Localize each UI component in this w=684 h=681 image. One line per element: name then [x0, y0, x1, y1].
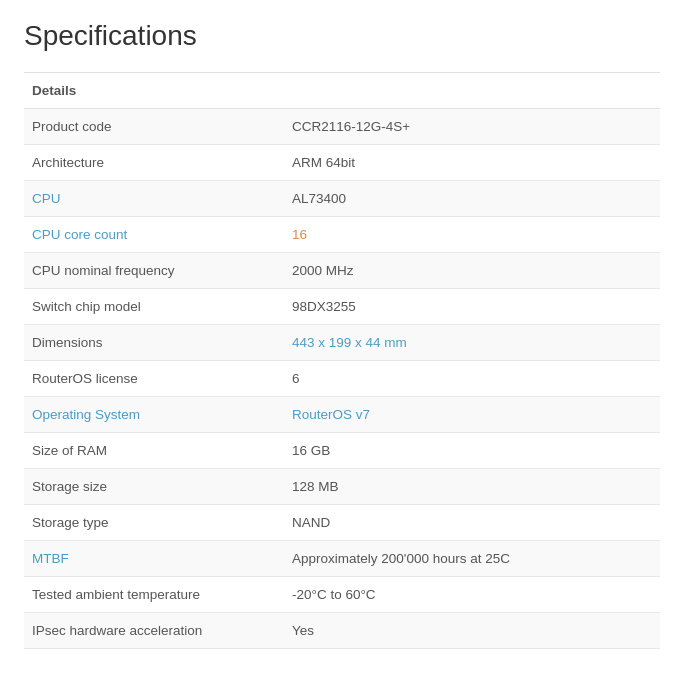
row-value: 98DX3255 — [284, 289, 660, 325]
row-value: Yes — [284, 613, 660, 649]
table-row: RouterOS license6 — [24, 361, 660, 397]
row-value: CCR2116-12G-4S+ — [284, 109, 660, 145]
row-value: 16 GB — [284, 433, 660, 469]
row-label: Storage type — [24, 505, 284, 541]
table-row: Dimensions443 x 199 x 44 mm — [24, 325, 660, 361]
row-value: 443 x 199 x 44 mm — [284, 325, 660, 361]
row-label: CPU — [24, 181, 284, 217]
row-value: -20°C to 60°C — [284, 577, 660, 613]
table-row: Storage size128 MB — [24, 469, 660, 505]
table-row: Product codeCCR2116-12G-4S+ — [24, 109, 660, 145]
table-row: CPU core count16 — [24, 217, 660, 253]
table-row: MTBFApproximately 200'000 hours at 25C — [24, 541, 660, 577]
table-row: Switch chip model98DX3255 — [24, 289, 660, 325]
table-row: Tested ambient temperature-20°C to 60°C — [24, 577, 660, 613]
row-label: Architecture — [24, 145, 284, 181]
row-value: RouterOS v7 — [284, 397, 660, 433]
row-value: Approximately 200'000 hours at 25C — [284, 541, 660, 577]
row-label: CPU core count — [24, 217, 284, 253]
row-value: 128 MB — [284, 469, 660, 505]
row-label: RouterOS license — [24, 361, 284, 397]
row-label: Size of RAM — [24, 433, 284, 469]
row-value: ARM 64bit — [284, 145, 660, 181]
row-label: CPU nominal frequency — [24, 253, 284, 289]
row-value: 16 — [284, 217, 660, 253]
table-row: Storage typeNAND — [24, 505, 660, 541]
page-title: Specifications — [24, 20, 660, 52]
row-label: Tested ambient temperature — [24, 577, 284, 613]
row-label: Switch chip model — [24, 289, 284, 325]
specs-table: Details Product codeCCR2116-12G-4S+Archi… — [24, 72, 660, 649]
table-row: Size of RAM16 GB — [24, 433, 660, 469]
row-value: 6 — [284, 361, 660, 397]
row-value: NAND — [284, 505, 660, 541]
row-label: Operating System — [24, 397, 284, 433]
row-label: MTBF — [24, 541, 284, 577]
table-row: IPsec hardware accelerationYes — [24, 613, 660, 649]
table-row: ArchitectureARM 64bit — [24, 145, 660, 181]
row-label: Product code — [24, 109, 284, 145]
table-header: Details — [24, 73, 660, 109]
table-row: Operating SystemRouterOS v7 — [24, 397, 660, 433]
row-value: AL73400 — [284, 181, 660, 217]
row-label: Storage size — [24, 469, 284, 505]
row-value: 2000 MHz — [284, 253, 660, 289]
table-row: CPU nominal frequency2000 MHz — [24, 253, 660, 289]
table-row: CPUAL73400 — [24, 181, 660, 217]
row-label: Dimensions — [24, 325, 284, 361]
row-value-link[interactable]: RouterOS v7 — [292, 407, 370, 422]
row-label: IPsec hardware acceleration — [24, 613, 284, 649]
